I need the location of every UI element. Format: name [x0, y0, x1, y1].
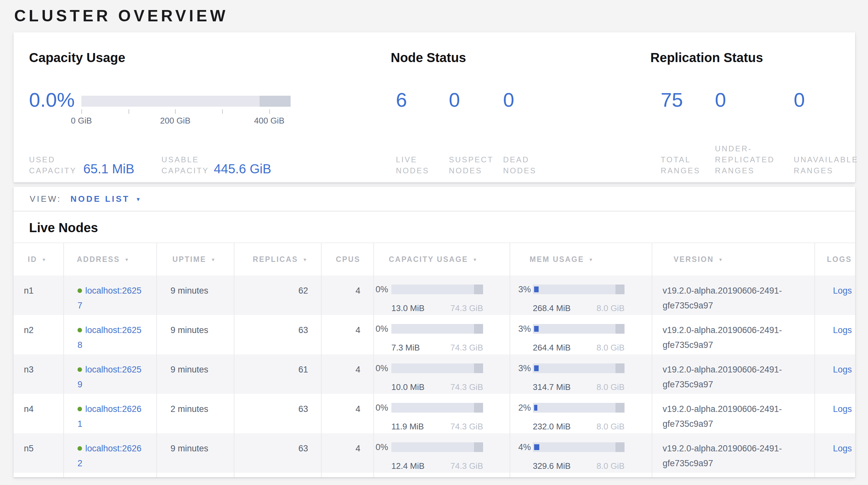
node-replicas: 63: [235, 394, 321, 433]
table-row-clipped: [13, 473, 855, 477]
logs-link[interactable]: Logs: [833, 365, 852, 374]
col-header-id[interactable]: ID▼: [13, 243, 64, 276]
capacity-percent: 0%: [375, 361, 388, 376]
col-header-version[interactable]: VERSION▼: [652, 243, 815, 276]
total-ranges-value: 75: [661, 89, 715, 111]
logs-link[interactable]: Logs: [833, 404, 852, 414]
node-id: n5: [13, 433, 64, 473]
col-header-mem-usage[interactable]: MEM USAGE▼: [510, 243, 652, 276]
node-id: n3: [13, 354, 64, 394]
node-live-status-icon: [78, 367, 82, 372]
mem-percent: 4%: [518, 440, 531, 455]
cluster-overview-page: CLUSTER OVERVIEW Capacity Usage Node Sta…: [0, 0, 868, 485]
used-capacity-label: USED CAPACITY: [29, 154, 83, 176]
node-capacity-usage-cell: 0% 11.9 MiB 74.3 GiB: [374, 394, 510, 433]
node-replicas: 62: [235, 276, 321, 315]
capacity-mini-bar: [392, 442, 483, 452]
used-capacity-value: 65.1 MiB: [83, 162, 148, 176]
replication-status-labels: TOTAL RANGES UNDER-REPLICATED RANGES UNA…: [661, 126, 868, 176]
node-status-heading: Node Status: [391, 51, 466, 65]
mem-used: 314.7 MiB: [533, 381, 570, 393]
logs-link[interactable]: Logs: [833, 325, 852, 335]
sort-desc-icon: ▼: [124, 257, 130, 262]
view-selected-value: NODE LIST: [70, 194, 130, 204]
mem-used: 232.0 MiB: [533, 421, 570, 433]
usable-capacity-label: USABLE CAPACITY: [161, 154, 214, 176]
node-version-cell: v19.2.0-alpha.20190606-2491-gfe735c9a97: [652, 315, 815, 354]
node-id: n2: [13, 315, 64, 354]
node-live-status-icon: [78, 446, 82, 451]
col-header-capacity-usage[interactable]: CAPACITY USAGE▼: [374, 243, 510, 276]
mem-total: 8.0 GiB: [596, 342, 624, 354]
table-row: n4 localhost:26261 2 minutes 63 4 0% 11.…: [13, 394, 855, 433]
axis-tick-200: 200 GiB: [160, 116, 190, 125]
col-header-uptime[interactable]: UPTIME▼: [157, 243, 235, 276]
node-list-card: VIEW: NODE LIST ▼ Live Nodes ID▼ ADDRESS…: [13, 187, 855, 477]
table-row: n5 localhost:26262 9 minutes 63 4 0% 12.…: [13, 433, 855, 473]
mem-mini-bar: [533, 442, 624, 452]
page-title: CLUSTER OVERVIEW: [14, 6, 228, 25]
node-uptime: 9 minutes: [157, 276, 235, 315]
capacity-total: 74.3 GiB: [451, 303, 483, 314]
node-logs-cell: Logs: [815, 394, 855, 433]
capacity-total: 74.3 GiB: [451, 421, 483, 433]
live-nodes-heading: Live Nodes: [13, 211, 855, 242]
capacity-usage-heading: Capacity Usage: [29, 51, 125, 65]
node-mem-usage-cell: 3% 314.7 MiB 8.0 GiB: [510, 354, 652, 394]
under-replicated-value: 0: [715, 89, 794, 111]
suspect-nodes-label: SUSPECT NODES: [449, 154, 503, 176]
total-ranges-label: TOTAL RANGES: [661, 154, 715, 176]
node-capacity-usage-cell: 0% 10.0 MiB 74.3 GiB: [374, 354, 510, 394]
node-logs-cell: Logs: [815, 433, 855, 473]
node-replicas: 63: [235, 315, 321, 354]
node-uptime: 2 minutes: [157, 394, 235, 433]
table-row: n2 localhost:26258 9 minutes 63 4 0% 7.3…: [13, 315, 855, 354]
node-mem-usage-cell: 3% 264.4 MiB 8.0 GiB: [510, 315, 652, 354]
view-bar: VIEW: NODE LIST ▼: [13, 187, 855, 211]
sort-desc-icon: ▼: [589, 257, 594, 262]
node-address-cell: localhost:26262: [64, 433, 157, 473]
col-header-logs: LOGS: [815, 243, 855, 276]
col-header-cpus: CPUS: [321, 243, 374, 276]
node-logs-cell: Logs: [815, 354, 855, 394]
node-address-link[interactable]: localhost:26258: [78, 325, 142, 350]
chevron-down-icon: ▼: [135, 196, 141, 202]
sort-desc-icon: ▼: [718, 257, 724, 262]
sort-desc-icon: ▼: [211, 257, 216, 262]
logs-link[interactable]: Logs: [833, 286, 852, 295]
node-address-cell: localhost:26261: [64, 394, 157, 433]
capacity-used: 13.0 MiB: [392, 303, 425, 314]
unavailable-ranges-label: UNAVAILABLE RANGES: [794, 154, 868, 176]
node-address-link[interactable]: localhost:26257: [78, 286, 142, 310]
node-live-status-icon: [78, 328, 82, 333]
sort-desc-icon: ▼: [473, 257, 478, 262]
capacity-mini-bar: [392, 285, 483, 294]
node-live-status-icon: [78, 407, 82, 411]
logs-link[interactable]: Logs: [833, 444, 852, 453]
unavailable-ranges-value: 0: [794, 89, 805, 111]
capacity-percent: 0%: [375, 321, 388, 336]
node-address-link[interactable]: localhost:26261: [78, 404, 142, 429]
view-selector-dropdown[interactable]: NODE LIST ▼: [70, 194, 141, 204]
node-capacity-usage-cell: 0% 13.0 MiB 74.3 GiB: [374, 276, 510, 315]
replication-status-values: 75 0 0: [661, 89, 805, 111]
capacity-used: 11.9 MiB: [392, 421, 424, 433]
node-address-link[interactable]: localhost:26262: [78, 444, 142, 468]
dead-nodes-value: 0: [503, 89, 515, 111]
node-replicas: 63: [235, 433, 321, 473]
mem-total: 8.0 GiB: [596, 460, 624, 472]
capacity-total: 74.3 GiB: [451, 342, 483, 354]
col-header-replicas[interactable]: REPLICAS▼: [235, 243, 321, 276]
sort-desc-icon: ▼: [42, 257, 47, 262]
node-version-cell: v19.2.0-alpha.20190606-2491-gfe735c9a97: [652, 354, 815, 394]
node-address-link[interactable]: localhost:26259: [78, 365, 142, 389]
mem-percent: 3%: [518, 321, 531, 336]
capacity-total: 74.3 GiB: [451, 381, 483, 393]
node-cpus: 4: [321, 315, 374, 354]
node-capacity-usage-cell: 0% 7.3 MiB 74.3 GiB: [374, 315, 510, 354]
mem-mini-bar: [533, 364, 624, 373]
table-row: n3 localhost:26259 9 minutes 61 4 0% 10.…: [13, 354, 855, 394]
axis-tick-400: 400 GiB: [254, 116, 284, 125]
col-header-address[interactable]: ADDRESS▼: [64, 243, 157, 276]
node-address-cell: localhost:26259: [64, 354, 157, 394]
